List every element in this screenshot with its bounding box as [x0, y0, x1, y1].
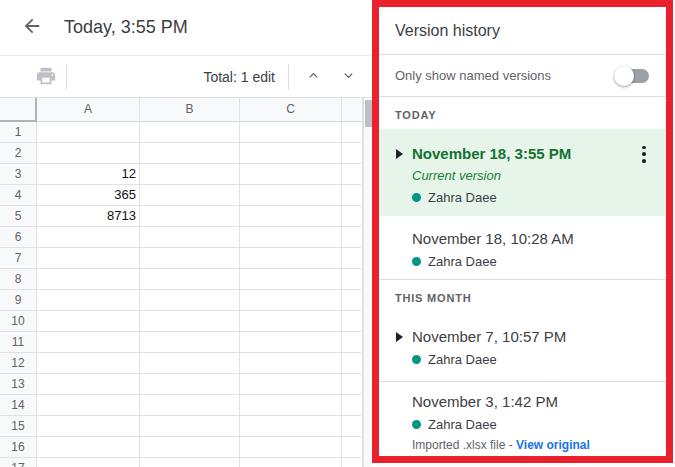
cell-C12[interactable]: [240, 353, 342, 374]
cell-A3[interactable]: 12: [37, 164, 140, 185]
cell-B16[interactable]: [140, 437, 240, 458]
cell-A5[interactable]: 8713: [37, 206, 140, 227]
cell-partial[interactable]: [342, 269, 363, 290]
cell-partial[interactable]: [342, 395, 363, 416]
cell-B3[interactable]: [140, 164, 240, 185]
row-header-13[interactable]: 13: [0, 374, 37, 395]
cell-A6[interactable]: [37, 227, 140, 248]
cell-C10[interactable]: [240, 311, 342, 332]
cell-partial[interactable]: [342, 353, 363, 374]
cell-partial[interactable]: [342, 311, 363, 332]
expand-arrow-icon[interactable]: [396, 332, 403, 342]
row-header-8[interactable]: 8: [0, 269, 37, 290]
cell-A10[interactable]: [37, 311, 140, 332]
row-header-15[interactable]: 15: [0, 416, 37, 437]
vertical-scrollbar[interactable]: [363, 98, 372, 467]
row-header-7[interactable]: 7: [0, 248, 37, 269]
back-button[interactable]: [20, 16, 44, 40]
version-entry[interactable]: November 3, 1:42 PM Zahra Daee Imported …: [379, 392, 666, 453]
cell-B6[interactable]: [140, 227, 240, 248]
cell-C17[interactable]: [240, 458, 342, 467]
cell-partial[interactable]: [342, 437, 363, 458]
cell-A1[interactable]: [37, 122, 140, 143]
view-original-link[interactable]: View original: [516, 438, 590, 452]
row-header-16[interactable]: 16: [0, 437, 37, 458]
cell-B11[interactable]: [140, 332, 240, 353]
cell-partial[interactable]: [342, 185, 363, 206]
cell-A11[interactable]: [37, 332, 140, 353]
cell-C1[interactable]: [240, 122, 342, 143]
print-button[interactable]: [34, 65, 58, 89]
row-header-10[interactable]: 10: [0, 311, 37, 332]
cell-C6[interactable]: [240, 227, 342, 248]
cell-A8[interactable]: [37, 269, 140, 290]
cell-A9[interactable]: [37, 290, 140, 311]
cell-partial[interactable]: [342, 374, 363, 395]
expand-arrow-icon[interactable]: [396, 149, 403, 159]
cell-B8[interactable]: [140, 269, 240, 290]
column-header-A[interactable]: A: [37, 98, 140, 122]
cell-C14[interactable]: [240, 395, 342, 416]
row-header-17[interactable]: 17: [0, 458, 37, 467]
row-header-4[interactable]: 4: [0, 185, 37, 206]
cell-B9[interactable]: [140, 290, 240, 311]
cell-B14[interactable]: [140, 395, 240, 416]
cell-C7[interactable]: [240, 248, 342, 269]
cell-partial[interactable]: [342, 332, 363, 353]
previous-edit-button[interactable]: [301, 65, 325, 89]
cell-B17[interactable]: [140, 458, 240, 467]
cell-C11[interactable]: [240, 332, 342, 353]
cell-B5[interactable]: [140, 206, 240, 227]
cell-C5[interactable]: [240, 206, 342, 227]
cell-partial[interactable]: [342, 164, 363, 185]
cell-A7[interactable]: [37, 248, 140, 269]
cell-B13[interactable]: [140, 374, 240, 395]
row-header-9[interactable]: 9: [0, 290, 37, 311]
cell-C8[interactable]: [240, 269, 342, 290]
cell-A17[interactable]: [37, 458, 140, 467]
cell-partial[interactable]: [342, 227, 363, 248]
column-header-B[interactable]: B: [140, 98, 240, 122]
cell-B2[interactable]: [140, 143, 240, 164]
cell-A16[interactable]: [37, 437, 140, 458]
cell-C16[interactable]: [240, 437, 342, 458]
select-all-corner[interactable]: [0, 98, 37, 122]
row-header-5[interactable]: 5: [0, 206, 37, 227]
row-header-6[interactable]: 6: [0, 227, 37, 248]
version-entry-current[interactable]: November 18, 3:55 PM Current version Zah…: [379, 129, 666, 216]
column-header-C[interactable]: C: [240, 98, 342, 122]
row-header-14[interactable]: 14: [0, 395, 37, 416]
row-header-11[interactable]: 11: [0, 332, 37, 353]
cell-C3[interactable]: [240, 164, 342, 185]
next-edit-button[interactable]: [336, 65, 360, 89]
row-header-2[interactable]: 2: [0, 143, 37, 164]
cell-partial[interactable]: [342, 416, 363, 437]
cell-C9[interactable]: [240, 290, 342, 311]
cell-C2[interactable]: [240, 143, 342, 164]
named-versions-toggle[interactable]: [616, 69, 649, 83]
cell-partial[interactable]: [342, 122, 363, 143]
cell-B7[interactable]: [140, 248, 240, 269]
scrollbar-thumb[interactable]: [365, 100, 372, 127]
column-header-partial[interactable]: [342, 98, 363, 122]
cell-partial[interactable]: [342, 458, 363, 467]
cell-A14[interactable]: [37, 395, 140, 416]
version-entry[interactable]: November 7, 10:57 PM Zahra Daee: [379, 327, 666, 368]
cell-C15[interactable]: [240, 416, 342, 437]
more-options-icon[interactable]: [635, 144, 653, 164]
row-header-1[interactable]: 1: [0, 122, 37, 143]
cell-B10[interactable]: [140, 311, 240, 332]
row-header-3[interactable]: 3: [0, 164, 37, 185]
cell-B1[interactable]: [140, 122, 240, 143]
cell-A2[interactable]: [37, 143, 140, 164]
version-entry[interactable]: November 18, 10:28 AM Zahra Daee: [379, 229, 666, 270]
cell-C4[interactable]: [240, 185, 342, 206]
spreadsheet-grid[interactable]: ABC1231243655871367891011121314151617: [0, 98, 363, 467]
cell-partial[interactable]: [342, 206, 363, 227]
cell-B4[interactable]: [140, 185, 240, 206]
cell-A12[interactable]: [37, 353, 140, 374]
cell-B12[interactable]: [140, 353, 240, 374]
cell-A13[interactable]: [37, 374, 140, 395]
cell-B15[interactable]: [140, 416, 240, 437]
cell-partial[interactable]: [342, 248, 363, 269]
